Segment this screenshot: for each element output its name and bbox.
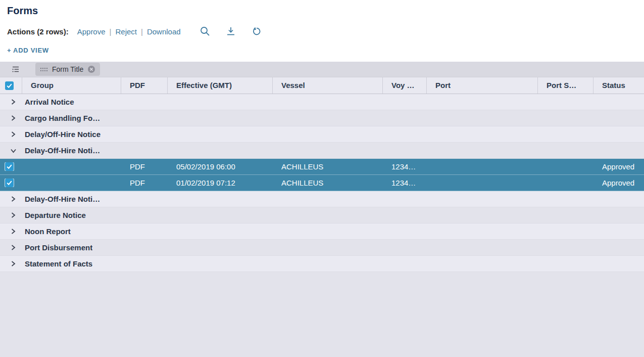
- grid-empty-area: [0, 272, 644, 357]
- group-row-label: Statement of Facts: [25, 259, 92, 268]
- status-cell: Approved: [593, 162, 644, 171]
- vessel-cell: ACHILLEUS: [273, 178, 383, 187]
- row-checkbox[interactable]: [5, 162, 14, 171]
- download-link[interactable]: Download: [147, 27, 181, 36]
- group-chip-label: Form Title: [52, 65, 83, 73]
- chevron-right-icon[interactable]: [10, 260, 17, 267]
- select-all-checkbox[interactable]: [5, 81, 14, 90]
- drag-handle-icon[interactable]: [40, 67, 48, 72]
- group-panel-icon[interactable]: [11, 65, 20, 74]
- column-header-group[interactable]: Group: [22, 77, 121, 94]
- grouping-bar: Form Title: [0, 62, 644, 77]
- column-header-vessel[interactable]: Vessel: [273, 77, 383, 94]
- group-row-delay-off-hire-noti[interactable]: Delay-Off-Hire Noti…: [0, 143, 644, 159]
- chevron-right-icon[interactable]: [10, 196, 17, 202]
- chevron-right-icon[interactable]: [10, 228, 17, 235]
- group-row-delay-off-hire-noti[interactable]: Delay-Off-Hire Noti…: [0, 191, 644, 207]
- row-checkbox[interactable]: [5, 178, 14, 187]
- group-row-departure-notice[interactable]: Departure Notice: [0, 207, 644, 224]
- effective-cell: 01/02/2019 07:12: [168, 178, 273, 187]
- download-icon[interactable]: [225, 25, 237, 37]
- group-row-label: Delay-Off-Hire Noti…: [25, 146, 100, 155]
- row-checkbox-cell: [0, 178, 22, 187]
- group-row-label: Port Disbursement: [25, 243, 92, 252]
- group-row-port-disbursement[interactable]: Port Disbursement: [0, 240, 644, 256]
- group-row-label: Cargo Handling Fo…: [25, 114, 100, 122]
- status-cell: Approved: [593, 178, 644, 187]
- effective-cell: 05/02/2019 06:00: [168, 162, 273, 171]
- group-row-noon-report[interactable]: Noon Report: [0, 224, 644, 240]
- pdf-link[interactable]: PDF: [121, 178, 168, 187]
- actions-label: Actions (2 rows):: [7, 27, 69, 36]
- group-row-label: Departure Notice: [25, 211, 86, 219]
- pdf-link[interactable]: PDF: [121, 162, 168, 171]
- group-row-label: Delay-Off-Hire Noti…: [25, 195, 100, 203]
- chip-close-icon[interactable]: [87, 65, 95, 73]
- chevron-down-icon[interactable]: [10, 148, 17, 154]
- voyage-cell: 1234…: [383, 178, 427, 187]
- select-all-cell: [0, 77, 22, 94]
- group-row-statement-of-facts[interactable]: Statement of Facts: [0, 256, 644, 272]
- undo-icon[interactable]: [251, 25, 263, 37]
- form-row[interactable]: PDF05/02/2019 06:00ACHILLEUS1234…Approve…: [0, 159, 644, 175]
- approve-link[interactable]: Approve: [77, 27, 106, 36]
- column-header-pdf[interactable]: PDF: [121, 77, 168, 94]
- group-row-delay-off-hire-notice[interactable]: Delay/Off-Hire Notice: [0, 126, 644, 143]
- table-header: GroupPDFEffective (GMT)VesselVoy …PortPo…: [0, 77, 644, 94]
- actions-row: Actions (2 rows): Approve | Reject | Dow…: [7, 25, 637, 37]
- column-header-effective-gmt[interactable]: Effective (GMT): [168, 77, 273, 94]
- top-toolbar: Forms Actions (2 rows): Approve | Reject…: [0, 0, 644, 62]
- group-row-label: Noon Report: [25, 227, 71, 236]
- chevron-right-icon[interactable]: [10, 99, 17, 105]
- column-header-port-s[interactable]: Port S…: [538, 77, 593, 94]
- chevron-right-icon[interactable]: [10, 131, 17, 138]
- search-icon[interactable]: [199, 25, 211, 37]
- page-title: Forms: [7, 5, 637, 17]
- group-row-label: Arrival Notice: [25, 98, 74, 106]
- add-view-button[interactable]: + ADD VIEW: [7, 47, 49, 54]
- group-row-label: Delay/Off-Hire Notice: [25, 130, 101, 139]
- chevron-right-icon[interactable]: [10, 212, 17, 218]
- column-header-voy[interactable]: Voy …: [383, 77, 427, 94]
- row-checkbox-cell: [0, 162, 22, 171]
- group-row-cargo-handling-fo[interactable]: Cargo Handling Fo…: [0, 110, 644, 126]
- chevron-right-icon[interactable]: [10, 115, 17, 121]
- link-separator: |: [110, 27, 112, 36]
- link-separator: |: [141, 27, 143, 36]
- reject-link[interactable]: Reject: [115, 27, 137, 36]
- voyage-cell: 1234…: [383, 162, 427, 171]
- form-row[interactable]: PDF01/02/2019 07:12ACHILLEUS1234…Approve…: [0, 175, 644, 191]
- group-chip-form-title[interactable]: Form Title: [35, 63, 100, 76]
- group-row-arrival-notice[interactable]: Arrival Notice: [0, 94, 644, 110]
- column-header-port[interactable]: Port: [427, 77, 538, 94]
- column-header-status[interactable]: Status: [593, 77, 644, 94]
- vessel-cell: ACHILLEUS: [273, 162, 383, 171]
- chevron-right-icon[interactable]: [10, 244, 17, 251]
- forms-grid: Form Title GroupPDFEffective (GMT)Vessel…: [0, 62, 644, 357]
- table-body: Arrival NoticeCargo Handling Fo…Delay/Of…: [0, 94, 644, 272]
